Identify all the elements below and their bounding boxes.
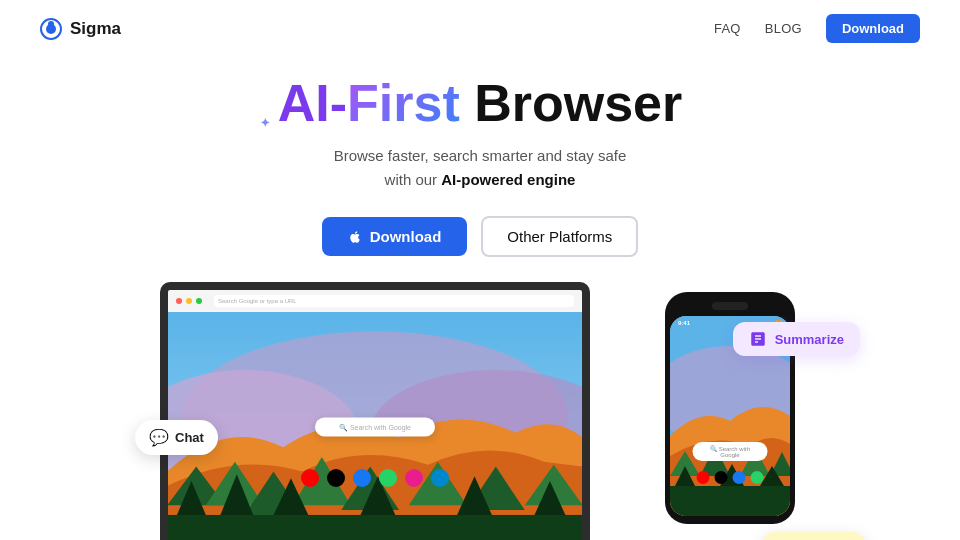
chat-label: Chat [175, 430, 204, 445]
title-first: First✦ [347, 74, 460, 132]
nav-download-button[interactable]: Download [826, 14, 920, 43]
subtitle-line1: Browse faster, search smarter and stay s… [334, 147, 627, 164]
logo-icon [40, 18, 62, 40]
phone-x-icon [715, 471, 728, 484]
maximize-dot [196, 298, 202, 304]
button-group: Download Other Platforms [20, 216, 940, 257]
svg-point-2 [48, 21, 54, 27]
address-text: Search Google or type a URL [218, 298, 297, 304]
laptop-mockup: Search Google or type a URL [160, 282, 590, 540]
mockup-area: Search Google or type a URL [0, 272, 960, 540]
laptop-app-icons [301, 469, 449, 487]
images-badge: Images [762, 532, 865, 540]
phone-youtube-icon [697, 471, 710, 484]
logo-text: Sigma [70, 19, 121, 39]
title-browser: Browser [460, 74, 683, 132]
svg-rect-10 [670, 486, 790, 516]
phone-search-bar: 🔍 Search with Google [693, 442, 768, 461]
laptop-browser-content: 🔍 Search with Google [168, 312, 582, 540]
subtitle-line2: with our [385, 171, 442, 188]
nav-faq[interactable]: FAQ [714, 21, 741, 36]
title-ai: AI- [278, 74, 347, 132]
summarize-icon [749, 330, 767, 348]
x-icon [327, 469, 345, 487]
sparkle-small-icon: ✦ [260, 117, 270, 130]
svg-rect-7 [168, 515, 582, 540]
nav-links: FAQ BLOG Download [714, 14, 920, 43]
apple-icon [348, 230, 362, 244]
phone-whatsapp-icon [751, 471, 764, 484]
phone-facebook-icon [733, 471, 746, 484]
hero-subtitle: Browse faster, search smarter and stay s… [20, 144, 940, 192]
chat-icon: 💬 [149, 428, 169, 447]
download-label: Download [370, 228, 442, 245]
browser-chrome: Search Google or type a URL [168, 290, 582, 312]
laptop-search-bar: 🔍 Search with Google [315, 418, 435, 437]
download-button[interactable]: Download [322, 217, 468, 256]
facebook-icon [353, 469, 371, 487]
app-icon-5 [405, 469, 423, 487]
search-text: 🔍 Search with Google [339, 424, 411, 431]
nav-blog[interactable]: BLOG [765, 21, 802, 36]
laptop-screen: Search Google or type a URL [160, 282, 590, 540]
phone-notch [670, 300, 790, 312]
summarize-badge: Summarize [733, 322, 860, 356]
logo: Sigma [40, 18, 121, 40]
phone-pill [712, 302, 748, 310]
summarize-label: Summarize [775, 332, 844, 347]
phone-app-icons [697, 471, 764, 484]
hero-title: AI-First✦ Browser✦ [278, 75, 683, 132]
chat-badge: 💬 Chat [135, 420, 218, 455]
minimize-dot [186, 298, 192, 304]
whatsapp-icon [379, 469, 397, 487]
phone-time: 9:41 [678, 320, 690, 327]
close-dot [176, 298, 182, 304]
sparkle-icon: ✦ [457, 66, 470, 84]
address-bar: Search Google or type a URL [214, 295, 574, 307]
navbar: Sigma FAQ BLOG Download [0, 0, 960, 57]
youtube-icon [301, 469, 319, 487]
other-platforms-button[interactable]: Other Platforms [481, 216, 638, 257]
telegram-icon [431, 469, 449, 487]
hero-section: AI-First✦ Browser✦ Browse faster, search… [0, 57, 960, 257]
subtitle-bold: AI-powered engine [441, 171, 575, 188]
